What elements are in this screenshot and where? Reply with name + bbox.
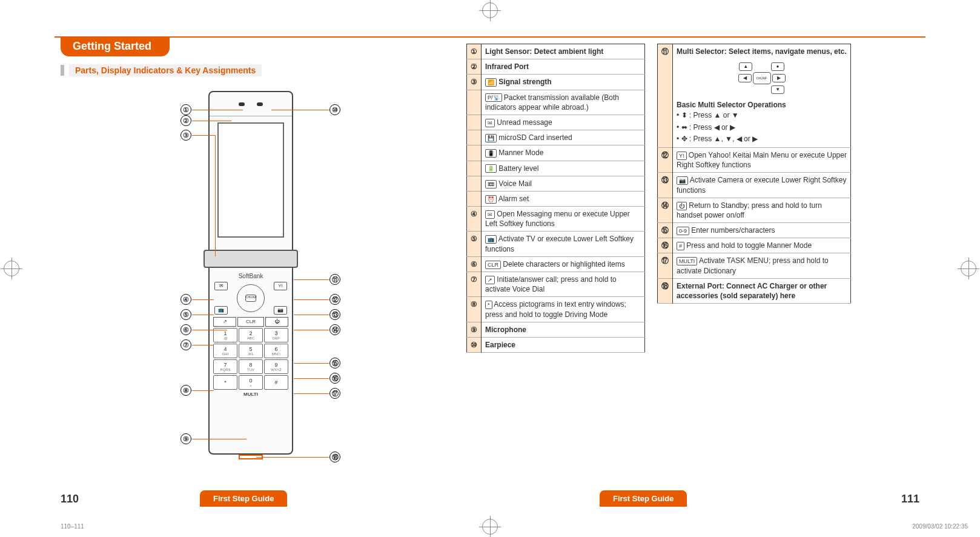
indicator-icon: ✉ bbox=[485, 210, 495, 219]
callout-7: ⑦ bbox=[180, 339, 191, 350]
heading-bar-icon bbox=[61, 65, 64, 76]
callout-line bbox=[294, 315, 329, 315]
table-row: ⑥CLR Delete characters or highlighted it… bbox=[467, 256, 645, 272]
callout-17: ⑰ bbox=[329, 388, 340, 399]
indicator-icon: ↗ bbox=[485, 276, 495, 284]
indicator-icon: 💾 bbox=[485, 134, 497, 142]
callout-line bbox=[294, 363, 329, 364]
numpad-key: 3DEF bbox=[264, 328, 288, 342]
table-row: ⑧* Access pictograms in text entry windo… bbox=[467, 297, 645, 322]
table-row: ④✉ Open Messaging menu or execute Upper … bbox=[467, 207, 645, 232]
callout-line bbox=[294, 378, 329, 379]
callout-11: ⑪ bbox=[329, 274, 340, 285]
table-row: ⏰ Alarm set bbox=[467, 191, 645, 206]
callout-3: ③ bbox=[180, 130, 191, 141]
table-row: ⑯# Press and hold to toggle Manner Mode bbox=[658, 238, 851, 253]
footer-tab-left: First Step Guide bbox=[200, 490, 287, 507]
section-title-text: Parts, Display Indicators & Key Assignme… bbox=[69, 64, 262, 76]
table-row: P/📡 Packet transmission available (Both … bbox=[467, 90, 645, 115]
numeric-keypad: 1.@2ABC3DEF4GHI5JKL6MNO7PQRS8TUV9WXYZ*0+… bbox=[213, 328, 288, 390]
registration-mark bbox=[482, 519, 498, 535]
callout-10: ⑩ bbox=[329, 104, 340, 115]
table-row: ③📶 Signal strength bbox=[467, 75, 645, 90]
phone-keypad-area: SoftBank OK/AF ✉ Y! 📺 📷 ↗ CLR ⏻ 1.@2ABC3… bbox=[210, 269, 292, 453]
callout-line bbox=[192, 110, 243, 110]
indicator-icon: 📶 bbox=[485, 78, 497, 87]
numpad-key: 5JKL bbox=[239, 344, 263, 358]
light-sensor-icon bbox=[239, 102, 245, 106]
callout-line bbox=[192, 439, 247, 439]
callout-line bbox=[294, 330, 329, 330]
numpad-key: 2ABC bbox=[239, 328, 263, 342]
down-key-icon: ▼ bbox=[771, 85, 784, 94]
table-row: ⑦↗ Initiate/answer call; press and hold … bbox=[467, 272, 645, 297]
callout-15: ⑮ bbox=[329, 358, 340, 369]
table-row: ⑪ Multi Selector: Select items, navigate… bbox=[658, 44, 851, 148]
key-icon: 0-9 bbox=[677, 227, 689, 235]
callout-18: ⑱ bbox=[329, 452, 340, 462]
table-row: ⑫Y! Open Yahoo! Keitai Main Menu or exec… bbox=[658, 147, 851, 172]
key-icon: ⏻ bbox=[677, 202, 687, 210]
callout-13: ⑬ bbox=[329, 309, 340, 320]
page-number-left: 110 bbox=[61, 493, 79, 505]
callout-line bbox=[192, 390, 214, 391]
callout-9: ⑨ bbox=[180, 433, 191, 444]
table-row: ②Infrared Port bbox=[467, 59, 645, 75]
table-row: ⑮0-9 Enter numbers/characters bbox=[658, 223, 851, 238]
indicator-icon: ⏰ bbox=[485, 195, 497, 204]
key-icon: MULTI bbox=[677, 257, 697, 265]
phone-diagram: SoftBank OK/AF ✉ Y! 📺 📷 ↗ CLR ⏻ 1.@2ABC3… bbox=[182, 91, 339, 467]
page-number-right: 111 bbox=[901, 493, 919, 505]
tv-softkey: 📺 bbox=[214, 306, 228, 315]
definitions-table-2: ⑪ Multi Selector: Select items, navigate… bbox=[657, 44, 851, 304]
callout-8: ⑧ bbox=[180, 385, 191, 396]
right-key-icon: ▶ bbox=[772, 74, 786, 82]
selector-center-icon: OK/AF bbox=[753, 72, 771, 84]
phone-top-area bbox=[210, 92, 292, 116]
callout-1: ① bbox=[180, 104, 191, 115]
key-icon: # bbox=[677, 242, 684, 250]
indicator-icon: P/📡 bbox=[485, 93, 502, 102]
callout-line bbox=[294, 299, 329, 300]
mail-softkey: ✉ bbox=[214, 282, 228, 290]
registration-mark bbox=[4, 261, 19, 276]
clr-key: CLR bbox=[237, 317, 264, 327]
table-row: ⑱External Port: Connect AC Charger or ot… bbox=[658, 278, 851, 303]
indicator-icon: * bbox=[485, 301, 492, 309]
callout-5: ⑤ bbox=[180, 309, 191, 320]
table-row: ⑬📷 Activate Camera or execute Lower Righ… bbox=[658, 173, 851, 198]
indicator-icon: ✉ bbox=[485, 119, 495, 127]
meta-page-range: 110–111 bbox=[61, 523, 84, 530]
ok-button: OK/AF bbox=[245, 295, 256, 302]
footer-label: First Step Guide bbox=[213, 494, 274, 503]
numpad-key: * bbox=[213, 375, 237, 390]
callout-line bbox=[294, 393, 329, 394]
numpad-key: 9WXYZ bbox=[264, 359, 288, 374]
callout-6: ⑥ bbox=[180, 324, 191, 335]
callout-line bbox=[192, 330, 227, 330]
camera-softkey: 📷 bbox=[274, 306, 287, 315]
table-row: ⑤📺 Activate TV or execute Lower Left Sof… bbox=[467, 232, 645, 256]
yahoo-softkey: Y! bbox=[274, 282, 287, 290]
multi-selector-diagram: ▲ ● ◀OK/AF▶ ▼ bbox=[677, 56, 847, 100]
indicator-icon: 📼 bbox=[485, 180, 497, 188]
ok-key-icon: ● bbox=[771, 62, 784, 71]
phone-hinge bbox=[204, 250, 298, 268]
numpad-key: 7PQRS bbox=[213, 359, 237, 374]
indicator-icon: 📺 bbox=[485, 235, 497, 244]
left-key-icon: ◀ bbox=[738, 74, 752, 82]
registration-mark bbox=[961, 261, 976, 276]
callout-line bbox=[215, 135, 216, 256]
table-row: ⑩Earpiece bbox=[467, 337, 645, 352]
earpiece-icon bbox=[257, 102, 263, 106]
table-row: 📳 Manner Mode bbox=[467, 145, 645, 161]
callout-line bbox=[192, 345, 214, 345]
footer-label: First Step Guide bbox=[613, 494, 674, 503]
table-row: ⑨Microphone bbox=[467, 322, 645, 337]
section-heading: Parts, Display Indicators & Key Assignme… bbox=[61, 64, 262, 76]
callout-12: ⑫ bbox=[329, 294, 340, 305]
callout-line bbox=[192, 315, 214, 315]
numpad-key: 8TUV bbox=[239, 359, 263, 374]
end-key: ⏻ bbox=[265, 317, 288, 327]
registration-mark bbox=[482, 2, 498, 18]
